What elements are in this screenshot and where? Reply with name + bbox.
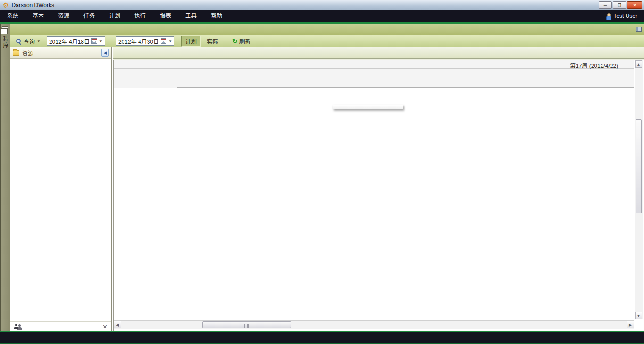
gantt-corner-cell xyxy=(114,69,177,88)
menu-item-帮助[interactable]: 帮助 xyxy=(204,10,229,22)
calendar-icon[interactable] xyxy=(161,38,166,44)
menu-item-资源[interactable]: 资源 xyxy=(51,10,76,22)
document-tab-strip xyxy=(10,24,644,35)
gantt-body xyxy=(114,88,634,319)
window-title: Darsson DWorks xyxy=(12,2,54,8)
scroll-left-icon[interactable]: ◀ xyxy=(114,321,121,328)
query-toolbar: 查询 ▼ 2012年 4月18日 ▼ ~ 2012年 4月30日 ▼ 计划 实际… xyxy=(10,35,644,47)
calendar-icon[interactable] xyxy=(91,38,97,44)
minimize-button[interactable]: ─ xyxy=(599,1,612,9)
resource-panel-header: 资源 ◀ xyxy=(10,47,111,59)
menu-item-报表[interactable]: 报表 xyxy=(153,10,178,22)
horizontal-scroll-thumb[interactable] xyxy=(202,321,291,328)
date-from-field[interactable]: 2012年 4月18日 ▼ xyxy=(47,36,105,46)
title-bar: ⚙ Darsson DWorks ─ ❐ ✕ xyxy=(0,0,644,10)
scroll-right-icon[interactable]: ▶ xyxy=(627,321,634,328)
menu-item-基本[interactable]: 基本 xyxy=(25,10,51,22)
app-logo-gear-icon: ⚙ xyxy=(3,2,9,8)
date-to-field[interactable]: 2012年 4月30日 ▼ xyxy=(116,36,174,46)
query-button-label: 查询 xyxy=(24,37,35,45)
gantt-panel: 第17周 (2012/4/22) ▲ ▼ ◀ ▶ xyxy=(113,47,644,331)
resource-panel: 资源 ◀ ✕ xyxy=(10,47,112,331)
gantt-plot-area xyxy=(177,88,634,319)
date-to-value: 2012年 4月30日 xyxy=(118,37,159,45)
program-side-strip[interactable]: 程序 xyxy=(0,24,10,331)
plan-toggle-button[interactable]: 计划 xyxy=(181,36,201,47)
resource-tree-footer: ✕ xyxy=(10,321,111,331)
task-tooltip xyxy=(333,105,403,109)
gantt-day-header xyxy=(177,69,634,78)
scroll-up-icon[interactable]: ▲ xyxy=(635,60,642,68)
menu-item-执行[interactable]: 执行 xyxy=(127,10,153,22)
actual-toggle-button[interactable]: 实际 xyxy=(203,36,223,47)
query-dropdown-caret-icon[interactable]: ▼ xyxy=(37,39,41,43)
folder-icon xyxy=(13,50,19,56)
menu-item-计划[interactable]: 计划 xyxy=(102,10,127,22)
refresh-icon: ↻ xyxy=(232,38,238,44)
menu-item-工具[interactable]: 工具 xyxy=(178,10,204,22)
menu-bar: 系统基本资源任务计划执行报表工具帮助 Test User xyxy=(0,10,644,22)
window-controls: ─ ❐ ✕ xyxy=(599,1,642,9)
date-range-separator: ~ xyxy=(108,38,112,44)
search-icon xyxy=(16,38,22,44)
window-layout-icon[interactable] xyxy=(636,27,642,32)
resource-panel-title: 资源 xyxy=(22,49,33,57)
resource-tree xyxy=(10,60,111,321)
horizontal-scrollbar[interactable]: ◀ ▶ xyxy=(114,320,634,329)
gantt-week-header: 第17周 (2012/4/22) xyxy=(114,60,634,69)
menu-item-系统[interactable]: 系统 xyxy=(0,10,25,22)
status-bar xyxy=(0,332,644,344)
date-to-caret-icon[interactable]: ▼ xyxy=(168,39,172,43)
program-pages-icon xyxy=(2,26,8,32)
date-from-value: 2012年 4月18日 xyxy=(49,37,90,45)
user-icon xyxy=(606,13,611,19)
restore-button[interactable]: ❐ xyxy=(613,1,626,9)
vertical-scroll-thumb[interactable] xyxy=(636,119,642,213)
find-resource-icon[interactable] xyxy=(14,324,23,330)
vertical-scrollbar[interactable]: ▲ ▼ xyxy=(635,60,643,319)
close-button[interactable]: ✕ xyxy=(627,1,642,9)
collapse-panel-button[interactable]: ◀ xyxy=(101,49,109,57)
app-window: ⚙ Darsson DWorks ─ ❐ ✕ 系统基本资源任务计划执行报表工具帮… xyxy=(0,0,644,344)
user-name: Test User xyxy=(613,10,637,22)
menu-item-任务[interactable]: 任务 xyxy=(76,10,102,22)
gantt-hour-header xyxy=(177,78,634,88)
query-button[interactable]: 查询 ▼ xyxy=(12,36,44,47)
footer-close-icon[interactable]: ✕ xyxy=(102,323,107,330)
program-strip-label: 程序 xyxy=(1,36,9,49)
user-badge[interactable]: Test User xyxy=(606,10,637,22)
refresh-button-label: 刷新 xyxy=(239,37,251,45)
week-label: 第17周 (2012/4/22) xyxy=(570,61,618,69)
scroll-down-icon[interactable]: ▼ xyxy=(635,312,642,319)
gantt-chart: 第17周 (2012/4/22) ▲ ▼ ◀ ▶ xyxy=(113,60,644,331)
gantt-subtabs xyxy=(113,47,644,59)
date-from-caret-icon[interactable]: ▼ xyxy=(99,39,103,43)
refresh-button[interactable]: ↻ 刷新 xyxy=(229,36,254,47)
